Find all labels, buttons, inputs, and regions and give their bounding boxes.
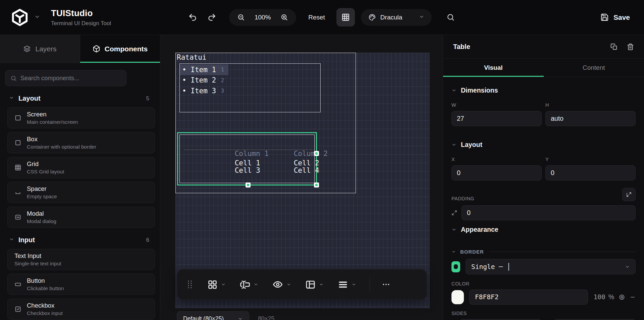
component-item-screen[interactable]: Screen Main container/screen bbox=[7, 107, 155, 128]
toolbar-input-menu[interactable] bbox=[240, 279, 258, 290]
toolbar-more-button[interactable] bbox=[381, 280, 391, 289]
size-preset-label: Default (80×25) bbox=[183, 315, 224, 320]
component-desc: CSS Grid layout bbox=[27, 169, 64, 175]
list-item-label: • Item 3 bbox=[182, 87, 216, 95]
drag-handle-icon[interactable] bbox=[186, 279, 193, 289]
resize-handle-bottom[interactable] bbox=[246, 182, 251, 188]
list-item[interactable]: • Item 2 2 bbox=[180, 75, 228, 86]
undo-button[interactable] bbox=[188, 13, 197, 22]
toolbar-visibility-menu[interactable] bbox=[272, 279, 291, 290]
color-input[interactable] bbox=[469, 289, 588, 305]
section-count: 6 bbox=[146, 237, 149, 244]
visibility-eye-icon[interactable] bbox=[619, 294, 625, 301]
section-title: Dimensions bbox=[461, 87, 498, 94]
duplicate-button[interactable] bbox=[610, 43, 618, 50]
toolbar-panels-menu[interactable] bbox=[305, 279, 324, 290]
x-input[interactable] bbox=[451, 165, 542, 180]
component-name: Box bbox=[27, 136, 96, 143]
chevron-down-icon bbox=[451, 250, 456, 254]
opacity-value[interactable]: 100 bbox=[593, 293, 605, 301]
size-preset-select[interactable]: Default (80×25) bbox=[177, 311, 249, 320]
toolbar-menu-lines[interactable] bbox=[338, 279, 356, 290]
left-sidebar: Layers Components Layout bbox=[0, 35, 160, 320]
resize-handle-right[interactable] bbox=[314, 151, 319, 156]
tab-components[interactable]: Components bbox=[80, 35, 160, 63]
zoom-in-button[interactable] bbox=[280, 13, 288, 21]
component-item-text-input[interactable]: Text Input Single-line text input bbox=[7, 249, 155, 270]
chevron-down-icon[interactable] bbox=[34, 14, 40, 21]
global-search-button[interactable] bbox=[446, 13, 455, 21]
chevron-down-icon bbox=[9, 95, 14, 102]
screen-icon bbox=[14, 114, 21, 121]
width-input[interactable] bbox=[451, 111, 542, 126]
padding-input[interactable] bbox=[462, 205, 636, 220]
search-icon bbox=[10, 75, 17, 82]
list-item[interactable]: • Item 1 1 bbox=[180, 64, 228, 75]
height-input[interactable] bbox=[545, 111, 636, 126]
redo-button[interactable] bbox=[207, 13, 216, 22]
section-layout[interactable]: Layout bbox=[451, 141, 636, 149]
tab-layers[interactable]: Layers bbox=[0, 35, 80, 63]
color-label: COLOR bbox=[451, 281, 636, 286]
section-appearance[interactable]: Appearance bbox=[451, 226, 636, 233]
component-name: Button bbox=[27, 277, 64, 284]
zoom-in-icon bbox=[280, 13, 288, 21]
theme-name: Dracula bbox=[380, 14, 402, 21]
tab-layers-label: Layers bbox=[35, 45, 56, 53]
save-label: Save bbox=[613, 13, 630, 21]
chevron-down-icon bbox=[221, 282, 226, 287]
padding-expand-button[interactable] bbox=[622, 188, 636, 201]
header-controls: 100% Reset Dracula bbox=[188, 8, 455, 26]
grid-icon bbox=[14, 164, 21, 171]
resize-handle-bottom-right[interactable] bbox=[314, 182, 319, 188]
menu-lines-icon bbox=[338, 279, 348, 290]
list-item[interactable]: • Item 3 3 bbox=[180, 86, 228, 96]
tab-content[interactable]: Content bbox=[544, 59, 644, 77]
component-item-grid[interactable]: Grid CSS Grid layout bbox=[7, 157, 155, 178]
x-field-group: X bbox=[451, 157, 542, 180]
component-item-spacer[interactable]: Spacer Empty space bbox=[7, 182, 155, 203]
border-style-select[interactable]: Single ─ │ bbox=[466, 259, 636, 274]
y-input[interactable] bbox=[545, 165, 636, 180]
section-header-layout[interactable]: Layout 5 bbox=[9, 95, 149, 102]
border-color-row: 100 % bbox=[451, 289, 636, 305]
selected-widget-table[interactable]: Column 1Column 2 Cell 1Cell 2 Cell 3Cell… bbox=[177, 132, 317, 185]
section-dimensions[interactable]: Dimensions bbox=[451, 87, 636, 94]
component-item-modal[interactable]: Modal Modal dialog bbox=[7, 207, 155, 228]
color-swatch[interactable] bbox=[451, 290, 464, 304]
component-item-button[interactable]: Button Clickable button bbox=[7, 274, 155, 295]
section-title: Input bbox=[18, 236, 35, 244]
theme-select[interactable]: Dracula bbox=[361, 9, 432, 26]
redo-icon bbox=[207, 13, 216, 22]
active-tab-indicator bbox=[80, 62, 160, 63]
app-title: TUIStudio bbox=[51, 8, 111, 18]
section-count: 5 bbox=[146, 95, 149, 102]
component-name: Screen bbox=[27, 111, 78, 118]
component-item-box[interactable]: Box Container with optional border bbox=[7, 132, 155, 153]
border-label: BORDER bbox=[460, 249, 484, 255]
reset-button[interactable]: Reset bbox=[308, 14, 325, 21]
section-header-input[interactable]: Input 6 bbox=[9, 236, 149, 244]
delete-button[interactable] bbox=[627, 43, 634, 50]
tab-visual[interactable]: Visual bbox=[443, 59, 544, 77]
palette-icon bbox=[368, 13, 376, 21]
save-button[interactable]: Save bbox=[600, 13, 630, 21]
button-icon bbox=[14, 281, 21, 288]
search-input[interactable] bbox=[20, 75, 114, 82]
component-item-checkbox[interactable]: Checkbox Checkbox input bbox=[7, 299, 155, 320]
component-search[interactable] bbox=[5, 70, 126, 86]
zoom-out-button[interactable] bbox=[237, 13, 245, 21]
inspector-header: Table bbox=[443, 35, 644, 59]
expand-icon bbox=[451, 210, 457, 216]
inspector-actions bbox=[610, 43, 634, 50]
table-cell: Cell 4 bbox=[294, 166, 319, 174]
grid-toggle-button[interactable] bbox=[336, 8, 355, 26]
component-desc: Single-line text input bbox=[14, 261, 61, 267]
opacity-controls: 100 % bbox=[593, 293, 636, 301]
design-canvas[interactable]: Ratatui • Item 1 1 • Item 2 2 • Item 3 3 bbox=[160, 35, 443, 320]
minus-icon[interactable] bbox=[630, 294, 636, 300]
border-subsection-header[interactable]: BORDER bbox=[451, 249, 636, 255]
toolbar-components-menu[interactable] bbox=[207, 279, 226, 290]
checkbox-icon bbox=[14, 306, 21, 313]
widget-list[interactable]: • Item 1 1 • Item 2 2 • Item 3 3 bbox=[179, 63, 321, 112]
